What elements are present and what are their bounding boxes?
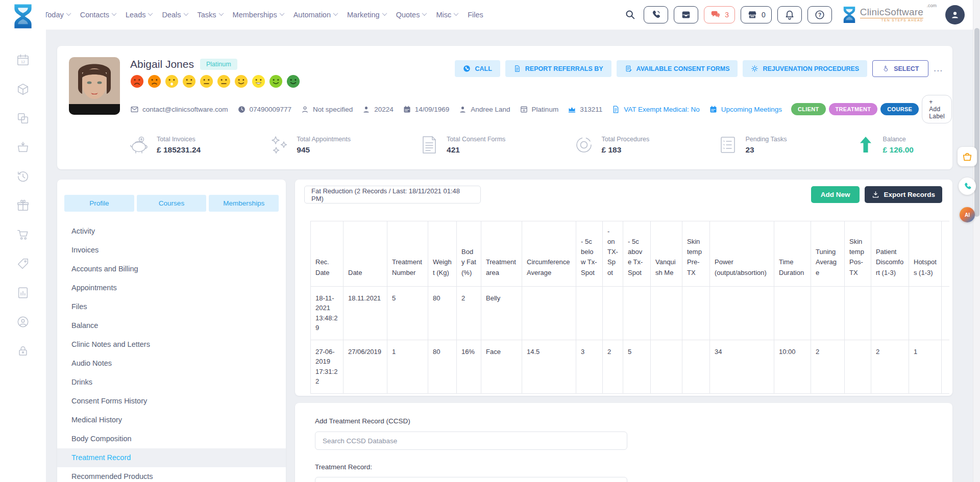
nav-leads[interactable]: Leads [126,11,153,19]
rail-basket-download-icon[interactable] [16,141,30,154]
inbox-button[interactable] [674,6,698,23]
clinicsoftware-logo: ClinicSoftware .com TEN STEPS AHEAD [842,6,937,23]
menu-activity[interactable]: Activity [57,222,286,241]
menu-medical-history[interactable]: Medical History [57,411,286,429]
brand-name: ClinicSoftware [860,7,923,17]
phone-icon [463,65,471,72]
menu-recommended-products[interactable]: Recommended Products [57,467,286,482]
nav-misc[interactable]: Misc [436,11,458,19]
floating-ai-widget[interactable]: AI [960,207,975,222]
rail-history-icon[interactable] [16,170,30,183]
menu-consent-forms-history[interactable]: Consent Forms History [57,392,286,411]
patient-phone[interactable]: 07490009777 [237,105,292,114]
rail-calendar-icon[interactable]: 12 [16,54,30,67]
chevron-down-icon [111,11,116,16]
menu-appointments[interactable]: Appointments [57,278,286,297]
app-logo-icon[interactable] [11,4,35,29]
table-row[interactable]: 18-11-2021 13:48:29 18.11.2021 5 80 2 Be… [311,286,950,340]
tab-profile[interactable]: Profile [64,195,134,212]
mood-face-6[interactable] [217,74,231,88]
basket-icon [962,151,973,162]
vat-exempt-link[interactable]: VAT Exempt Medical: No [611,105,700,114]
table-row[interactable]: 27-06-2019 17:31:22 27/06/2019 1 80 16% … [311,340,950,393]
menu-body-composition[interactable]: Body Composition [57,429,286,448]
export-records-button[interactable]: Export Records [865,186,942,203]
mood-face-8[interactable] [252,74,265,88]
patient-email[interactable]: contact@clinicsoftware.com [130,105,228,114]
record-type-select[interactable]: Fat Reduction (2 Records / Last: 18/11/2… [304,186,481,204]
mood-face-10[interactable] [286,74,300,88]
phone-button[interactable] [644,6,668,23]
menu-balance[interactable]: Balance [57,316,286,335]
rail-gift-icon[interactable] [16,199,30,212]
treatment-record-textarea[interactable] [315,477,627,482]
nav-tasks[interactable]: Tasks [198,11,223,19]
rail-account-icon[interactable] [16,315,30,328]
search-icon[interactable] [625,9,636,20]
rail-voucher-icon[interactable] [16,257,30,270]
rail-lock-icon[interactable] [16,344,30,358]
mood-face-3[interactable] [165,74,179,88]
nav-marketing[interactable]: Marketing [347,11,386,19]
label-treatment[interactable]: TREATMENT [829,103,878,115]
add-label-button[interactable]: + Add Label [922,95,952,123]
help-button[interactable]: ? [807,6,832,23]
chevron-down-icon [382,11,387,16]
store-button[interactable]: 0 [741,6,772,23]
ccsd-search-input[interactable] [315,432,627,450]
chevron-down-icon [454,11,459,16]
col-tuning-average: Tuning Average [811,221,845,287]
call-button[interactable]: CALL [455,60,500,77]
patient-points: 313211 [568,105,602,114]
rail-cart-icon[interactable] [16,228,30,241]
menu-clinic-notes-and-letters[interactable]: Clinic Notes and Letters [57,335,286,354]
tab-memberships[interactable]: Memberships [209,195,279,212]
page-scrollbar[interactable] [973,0,980,482]
mood-face-9[interactable] [269,74,283,88]
rejuvenation-procedures-button[interactable]: REJUVENATION PROCEDURES [743,60,867,77]
person-outline-icon [301,105,309,114]
menu-audio-notes[interactable]: Audio Notes [57,354,286,373]
select-button[interactable]: SELECT [872,60,928,77]
menu-treatment-record[interactable]: Treatment Record [57,448,286,467]
available-consent-forms-button[interactable]: AVAILABLE CONSENT FORMS [617,60,738,77]
nav-memberships[interactable]: Memberships [233,11,284,19]
menu-files[interactable]: Files [57,297,286,316]
menu-invoices[interactable]: Invoices [57,241,286,260]
floating-phone-widget[interactable] [959,177,976,195]
nav-files[interactable]: Files [468,11,483,19]
rail-report-icon[interactable] [16,286,30,299]
patient-stats: Total Invoices£ 185231.24 Total Appointm… [129,135,914,155]
menu-drinks[interactable]: Drinks [57,373,286,392]
download-icon [872,191,879,198]
menu-accounts-and-billing[interactable]: Accounts and Billing [57,260,286,278]
notifications-button[interactable] [777,6,802,23]
more-actions-button[interactable]: ... [934,64,943,73]
nav-quotes[interactable]: Quotes [396,11,427,19]
patient-photo[interactable] [69,57,120,115]
nav-today[interactable]: Today [44,11,70,19]
user-menu-button[interactable] [945,5,965,24]
label-course[interactable]: COURSE [880,103,919,115]
nav-deals[interactable]: Deals [162,11,187,19]
mood-face-5[interactable] [200,74,213,88]
upcoming-meetings-link[interactable]: Upcoming Meetings [709,105,782,114]
report-referrals-button[interactable]: REPORT REFERRALS BY [505,60,611,77]
rail-duplicate-icon[interactable] [16,112,30,125]
mood-face-1[interactable] [130,74,144,88]
col-weight: Weight (Kg) [428,221,457,287]
tab-courses[interactable]: Courses [137,195,207,212]
nav-contacts[interactable]: Contacts [80,11,116,19]
mood-face-2[interactable] [148,74,161,88]
clinic-software-app: Today Contacts Leads Deals Tasks Members… [0,0,980,482]
patient-labels: CLIENT TREATMENT COURSE + Add Label [791,95,952,123]
label-client[interactable]: CLIENT [791,103,826,115]
mood-face-4[interactable] [182,74,196,88]
floating-cart-widget[interactable] [958,147,977,166]
rail-package-icon[interactable] [16,83,30,96]
stat-balance: Balance£ 126.00 [855,135,914,155]
mood-face-7[interactable] [234,74,248,88]
chat-button[interactable]: 3 [704,6,735,23]
add-new-button[interactable]: Add New [811,186,860,203]
nav-automation[interactable]: Automation [293,11,337,19]
